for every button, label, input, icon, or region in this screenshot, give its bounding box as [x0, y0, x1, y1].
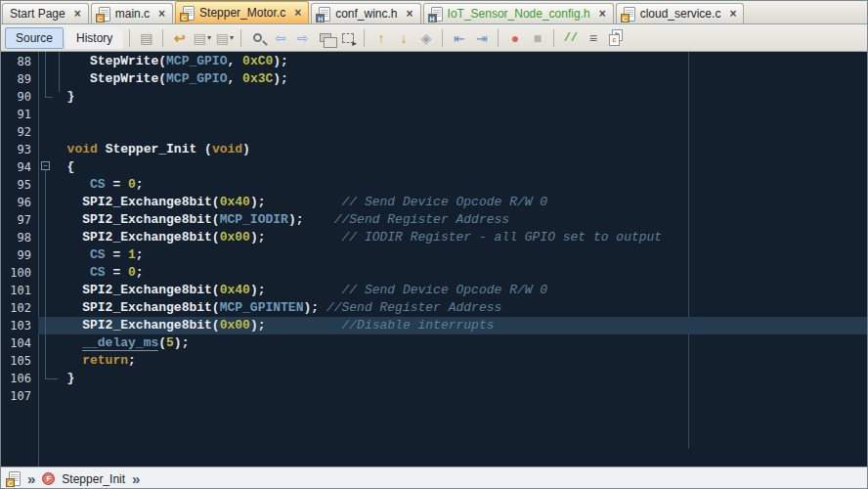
uncomment-icon[interactable]: ≡ [583, 27, 603, 48]
tab-label: main.c [115, 7, 150, 21]
line-number[interactable]: 91 [1, 106, 38, 123]
comment-icon[interactable]: // [560, 27, 581, 48]
toolbar-separator [364, 29, 365, 47]
line-number[interactable]: 97 [1, 211, 38, 229]
tab-start-page[interactable]: Start Page× [2, 3, 89, 23]
code-line[interactable]: 90 } [1, 88, 868, 106]
code-line[interactable]: 105 return; [1, 352, 868, 370]
find-prev-icon[interactable]: ⇦ [270, 27, 290, 48]
jump-back-icon[interactable]: ↩ [169, 27, 190, 48]
code-text [38, 387, 868, 405]
tab-conf-winc-h[interactable]: Hconf_winc.h× [311, 3, 420, 23]
breadcrumb-function-name[interactable]: Stepper_Init [62, 472, 125, 486]
code-line[interactable]: 89 StepWrite(MCP_GPIO, 0x3C); [1, 70, 868, 88]
code-line[interactable]: 94 { [1, 158, 868, 176]
chevron-right-icon[interactable]: » [27, 472, 35, 486]
toggle-highlight-icon[interactable] [315, 27, 335, 48]
code-line[interactable]: 101 SPI2_Exchange8bit(0x40); // Send Dev… [1, 282, 868, 299]
prev-occurrence-icon[interactable]: ↑ [370, 27, 391, 48]
line-number[interactable]: 105 [1, 352, 38, 370]
stop-macro-icon[interactable]: ■ [527, 27, 547, 48]
line-number[interactable]: 98 [1, 229, 38, 246]
rect-selection-icon[interactable] [337, 27, 358, 48]
nav-fwd-icon[interactable]: ▤▾ [214, 27, 235, 48]
tab-label: cloud_service.c [640, 7, 721, 21]
code-line[interactable]: 103 SPI2_Exchange8bit(0x00); //Disable i… [1, 317, 868, 334]
tab-close-icon[interactable]: × [599, 9, 606, 19]
tab-close-icon[interactable]: × [729, 9, 736, 19]
code-fold-corner [45, 97, 53, 98]
code-line[interactable]: 96 SPI2_Exchange8bit(0x40); // Send Devi… [1, 194, 868, 211]
line-number[interactable]: 95 [1, 176, 38, 194]
code-text: SPI2_Exchange8bit(MCP_IODIR); //Send Reg… [38, 211, 868, 229]
c-file-icon[interactable]: C [9, 471, 21, 486]
history-view-button[interactable]: History [65, 27, 123, 49]
c-file-icon: C [183, 6, 195, 21]
tab-stepper-motor-c[interactable]: CStepper_Motor.c× [175, 1, 309, 23]
code-line[interactable]: 92 [1, 123, 868, 141]
tab-main-c[interactable]: Cmain.c× [91, 3, 173, 23]
line-number[interactable]: 107 [1, 387, 38, 405]
code-line[interactable]: 98 SPI2_Exchange8bit(0x00); // IODIR Reg… [1, 229, 868, 246]
line-number[interactable]: 100 [1, 264, 38, 282]
tab-label: Stepper_Motor.c [199, 6, 285, 20]
c-file-icon: C [99, 7, 110, 22]
find-next-icon[interactable]: ⇨ [292, 27, 313, 48]
toolbar-separator [129, 29, 130, 47]
tab-cloud-service-c[interactable]: Ccloud_service.c× [616, 3, 745, 23]
source-view-button[interactable]: Source [5, 27, 64, 49]
nav-back-icon[interactable]: ▤▾ [192, 27, 212, 48]
shift-left-icon[interactable]: ⇤ [449, 27, 469, 48]
record-macro-icon[interactable]: ● [504, 27, 525, 48]
shift-right-icon[interactable]: ⇥ [471, 27, 492, 48]
tab-iot-sensor-node-config-h[interactable]: HIoT_Sensor_Node_config.h× [423, 3, 614, 23]
line-number[interactable]: 102 [1, 299, 38, 317]
code-text: return; [38, 352, 868, 370]
code-line[interactable]: 106 } [1, 370, 868, 387]
line-number[interactable]: 96 [1, 194, 38, 211]
line-number[interactable]: 103 [1, 317, 38, 334]
line-number[interactable]: 101 [1, 282, 38, 299]
line-number[interactable]: 88 [1, 53, 38, 70]
code-line[interactable]: 100 CS = 0; [1, 264, 868, 282]
code-line[interactable]: 95 CS = 0; [1, 176, 868, 194]
editor-toolbar: Source History ▤↩▤▾▤▾⇦⇨↑↓◈⇤⇥●■//≡ [1, 24, 868, 52]
code-text: __delay_ms(5); [38, 334, 868, 352]
code-line[interactable]: 93 void Stepper_Init (void) [1, 141, 868, 158]
toolbar-separator [442, 29, 443, 47]
code-text: { [38, 158, 868, 176]
line-number[interactable]: 92 [1, 123, 38, 141]
line-number[interactable]: 93 [1, 141, 38, 158]
tab-close-icon[interactable]: × [407, 9, 413, 19]
h-file-icon: H [319, 7, 330, 22]
collapse-fold-icon[interactable]: − [41, 161, 50, 170]
toggle-bookmark-icon[interactable]: ◈ [415, 27, 436, 48]
code-text: CS = 1; [38, 246, 868, 264]
code-editor[interactable]: 88 StepWrite(MCP_GPIO, 0xC0);89 StepWrit… [1, 52, 868, 467]
tab-label: conf_winc.h [335, 7, 397, 21]
code-line[interactable]: 102 SPI2_Exchange8bit(MCP_GPINTEN); //Se… [1, 299, 868, 317]
code-line[interactable]: 91 [1, 106, 868, 123]
code-line[interactable]: 88 StepWrite(MCP_GPIO, 0xC0); [1, 53, 868, 70]
line-number[interactable]: 94 [1, 158, 38, 176]
line-number[interactable]: 99 [1, 246, 38, 264]
toolbar-separator [240, 29, 241, 47]
line-number[interactable]: 90 [1, 88, 38, 106]
code-text: SPI2_Exchange8bit(0x00); // IODIR Regist… [38, 229, 868, 246]
chevron-right-icon[interactable]: » [132, 472, 140, 486]
toggle-header-source-icon[interactable] [605, 27, 626, 48]
code-line[interactable]: 97 SPI2_Exchange8bit(MCP_IODIR); //Send … [1, 211, 868, 229]
tab-close-icon[interactable]: × [294, 8, 301, 18]
code-line[interactable]: 99 CS = 1; [1, 246, 868, 264]
code-text: StepWrite(MCP_GPIO, 0xC0); [38, 53, 868, 70]
code-line[interactable]: 104 __delay_ms(5); [1, 334, 868, 352]
find-selection-icon[interactable] [247, 27, 268, 48]
line-number[interactable]: 106 [1, 370, 38, 387]
next-occurrence-icon[interactable]: ↓ [393, 27, 413, 48]
last-edit-icon[interactable]: ▤ [136, 27, 156, 48]
line-number[interactable]: 89 [1, 70, 38, 88]
tab-close-icon[interactable]: × [158, 9, 165, 19]
line-number[interactable]: 104 [1, 334, 38, 352]
code-line[interactable]: 107 [1, 387, 868, 405]
tab-close-icon[interactable]: × [74, 9, 81, 19]
